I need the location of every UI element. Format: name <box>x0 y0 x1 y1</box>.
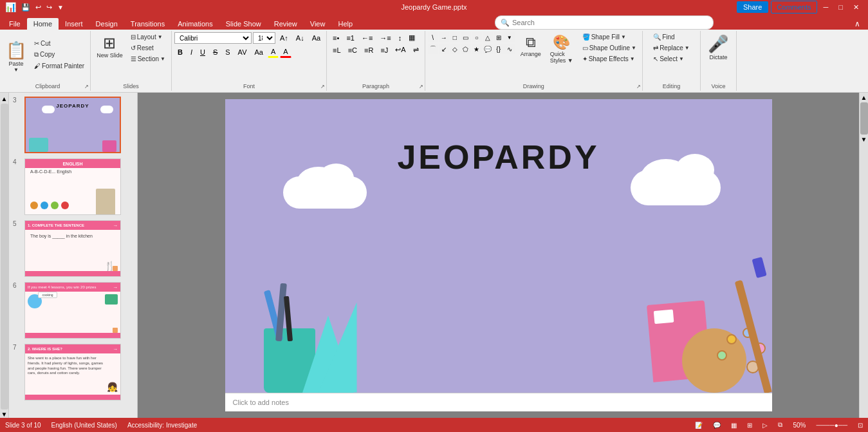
font-family-dropdown[interactable]: Calibri <box>174 32 252 44</box>
search-bar[interactable]: 🔍 <box>495 15 714 30</box>
tab-transitions[interactable]: Transitions <box>124 18 171 30</box>
slide-thumb-3[interactable]: JEOPARDY <box>24 97 121 153</box>
close-button[interactable]: ✕ <box>849 3 863 12</box>
tab-animations[interactable]: Animations <box>171 18 219 30</box>
paragraph-expander[interactable]: ↗ <box>419 84 423 89</box>
decrease-indent-button[interactable]: ←≡ <box>358 32 376 43</box>
slide-thumb-4[interactable]: ENGLISH A-B-C-D-E... English <box>24 158 121 215</box>
share-button[interactable]: Share <box>737 1 768 13</box>
line-spacing-button[interactable]: ↕ <box>395 32 405 43</box>
collapse-ribbon-button[interactable]: ∧ <box>849 18 865 30</box>
normal-view-button[interactable]: ▦ <box>731 422 737 429</box>
layout-button[interactable]: ⊟ Layout ▼ <box>127 32 169 42</box>
replace-button[interactable]: ⇄ Replace ▼ <box>650 43 693 53</box>
highlight-button[interactable]: A <box>268 46 279 58</box>
slide-item-5[interactable]: 5 1. COMPLETE THE SENTENCE → The boy is … <box>12 219 134 278</box>
shape-rounded-rect-button[interactable]: ▭ <box>461 32 471 42</box>
notes-view-button[interactable]: 📝 <box>695 422 703 429</box>
section-button[interactable]: ☰ Section ▼ <box>127 54 169 64</box>
quick-access-redo[interactable]: ↪ <box>46 3 52 12</box>
shape-freeform-button[interactable]: ⌒ <box>428 44 438 54</box>
find-button[interactable]: 🔍 Find <box>650 32 678 42</box>
shape-line-button[interactable]: \ <box>428 32 438 42</box>
slide-item-6[interactable]: 6 If you meet 4 lessons, you win 20 priz… <box>12 281 134 340</box>
arrange-button[interactable]: ⧉ Arrange <box>517 32 544 59</box>
decrease-font-button[interactable]: A↓ <box>293 32 308 44</box>
right-scrollbar[interactable]: ▲ ▼ <box>859 93 868 418</box>
convert-smartart-button[interactable]: ⇌ <box>410 44 422 55</box>
shape-diamond-button[interactable]: ◇ <box>450 44 460 54</box>
slideshow-button[interactable]: ⧉ <box>778 421 782 429</box>
accessibility-info[interactable]: Accessibility: Investigate <box>127 422 197 429</box>
columns-button[interactable]: ▦ <box>405 32 418 43</box>
comments-button[interactable]: Comments <box>771 1 817 14</box>
scroll-down-arrow[interactable]: ▼ <box>1 411 8 418</box>
paste-button[interactable]: 📋 Paste ▼ <box>3 39 30 75</box>
cut-button[interactable]: ✂ Cut <box>31 39 88 48</box>
new-slide-button[interactable]: ⊞ New Slide <box>93 32 126 61</box>
tab-file[interactable]: File <box>3 18 27 30</box>
quick-access-undo[interactable]: ↩ <box>35 3 41 12</box>
font-expander[interactable]: ↗ <box>320 84 325 89</box>
paste-dropdown-arrow[interactable]: ▼ <box>14 67 19 73</box>
scroll-down-button[interactable]: ▼ <box>861 136 867 143</box>
strikethrough-button[interactable]: S <box>210 47 221 57</box>
comments-view-button[interactable]: 💬 <box>713 422 721 429</box>
tab-slideshow[interactable]: Slide Show <box>219 18 268 30</box>
numbering-button[interactable]: ≡1 <box>343 32 358 43</box>
underline-button[interactable]: U <box>197 47 208 57</box>
increase-indent-button[interactable]: →≡ <box>376 32 394 43</box>
notes-area[interactable]: Click to add notes <box>225 393 772 411</box>
shape-bracket-button[interactable]: {} <box>494 44 504 54</box>
shape-fill-button[interactable]: 🪣 Shape Fill ▼ <box>579 32 640 42</box>
shape-arrow-button[interactable]: → <box>439 32 449 42</box>
quick-styles-button[interactable]: 🎨 QuickStyles ▼ <box>547 32 577 66</box>
quick-access-menu[interactable]: ▼ <box>57 4 64 11</box>
align-center-button[interactable]: ≡C <box>345 44 360 55</box>
shape-connector-button[interactable]: ↙ <box>439 44 449 54</box>
text-direction-button[interactable]: ↩A <box>392 44 409 55</box>
slide-sorter-button[interactable]: ⊞ <box>747 422 752 429</box>
search-input[interactable] <box>512 19 692 26</box>
slide-thumb-6[interactable]: If you meet 4 lessons, you win 20 prizes… <box>24 282 121 339</box>
shape-brace-button[interactable]: ∿ <box>504 44 515 54</box>
justify-button[interactable]: ≡J <box>377 44 391 55</box>
shape-effects-button[interactable]: ✦ Shape Effects ▼ <box>579 54 640 64</box>
slide-item-4[interactable]: 4 ENGLISH A-B-C-D-E... English <box>12 157 134 216</box>
slide-title[interactable]: JEOPARDY <box>397 138 599 176</box>
slide-item-3[interactable]: 3 JEOPARDY <box>12 95 134 155</box>
slide-thumb-7[interactable]: 2. WHERE IS SHE? → She went to a place t… <box>24 344 121 400</box>
shape-oval-button[interactable]: ○ <box>472 32 482 42</box>
font-size-dropdown[interactable]: 18 <box>253 32 275 44</box>
shape-more-button[interactable]: ⊞ <box>494 32 504 42</box>
change-case-button[interactable]: Aa <box>251 47 266 57</box>
shape-callout-button[interactable]: 💬 <box>483 44 493 54</box>
minimize-button[interactable]: ─ <box>820 3 833 11</box>
shadow-button[interactable]: S <box>222 47 233 57</box>
slide-canvas[interactable]: JEOPARDY <box>225 99 772 393</box>
reading-view-button[interactable]: ▷ <box>762 422 768 429</box>
tab-design[interactable]: Design <box>89 18 124 30</box>
quick-access-save[interactable]: 💾 <box>21 3 30 12</box>
reset-button[interactable]: ↺ Reset <box>127 43 169 53</box>
tab-help[interactable]: Help <box>331 18 359 30</box>
font-color-button[interactable]: A <box>280 46 291 58</box>
bullets-button[interactable]: ≡• <box>329 32 342 43</box>
drawing-expander[interactable]: ↗ <box>636 84 641 89</box>
clipboard-expander[interactable]: ↗ <box>84 84 89 89</box>
tab-review[interactable]: Review <box>268 18 304 30</box>
align-right-button[interactable]: ≡R <box>361 44 376 55</box>
shape-rect-button[interactable]: □ <box>450 32 460 42</box>
scroll-up-arrow[interactable]: ▲ <box>1 95 8 102</box>
tab-view[interactable]: View <box>304 18 332 30</box>
shape-star-button[interactable]: ★ <box>472 44 482 54</box>
align-left-button[interactable]: ≡L <box>329 44 344 55</box>
shape-pentagon-button[interactable]: ⬠ <box>461 44 471 54</box>
italic-button[interactable]: I <box>187 47 196 57</box>
slide-item-7[interactable]: 7 2. WHERE IS SHE? → She went to a place… <box>12 343 134 402</box>
copy-button[interactable]: ⧉ Copy <box>31 50 88 60</box>
format-painter-button[interactable]: 🖌 Format Painter <box>31 61 88 71</box>
select-button[interactable]: ↖ Select ▼ <box>650 54 687 64</box>
fit-slide-button[interactable]: ⊡ <box>858 422 863 429</box>
scroll-up-button[interactable]: ▲ <box>861 94 867 101</box>
